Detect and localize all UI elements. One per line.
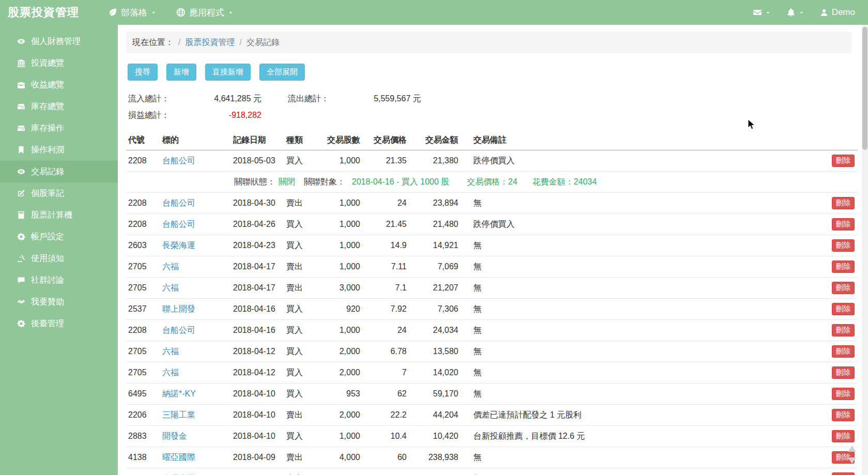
stock-link[interactable]: 台船公司	[162, 220, 195, 228]
navbar-icon-menu-0[interactable]	[753, 0, 771, 25]
app-title[interactable]: 股票投資管理	[0, 5, 79, 20]
sidebar-item-12[interactable]: 我要贊助	[0, 291, 118, 313]
sidebar-item-11[interactable]: 社群討論	[0, 269, 118, 291]
breadcrumb-link-home[interactable]: 股票投資管理	[185, 37, 235, 48]
delete-button-row-6[interactable]: 刪除	[832, 303, 855, 315]
scroll-down-arrow[interactable]	[848, 457, 856, 464]
cell-shares: 1,000	[315, 220, 362, 229]
cell-date: 2018-04-17	[231, 262, 284, 271]
delete-button-row-1[interactable]: 刪除	[832, 197, 855, 209]
summary-totals: 流入總計： 4,641,285 元 流出總計： 5,559,567 元 損益總計…	[128, 90, 421, 124]
delete-button-row-12[interactable]: 刪除	[832, 430, 855, 442]
toolbar-button-0[interactable]: 搜尋	[128, 64, 158, 81]
stock-link[interactable]: 納諾*-KY	[162, 389, 196, 398]
cell-type: 買入	[284, 240, 315, 251]
cell-name: 納諾*-KY	[160, 389, 231, 400]
sidebar-item-2[interactable]: 收益總覽	[0, 74, 118, 96]
stock-link[interactable]: 曜亞國際	[162, 453, 195, 462]
stock-link[interactable]: 六福	[162, 368, 179, 377]
delete-button-row-8[interactable]: 刪除	[832, 345, 855, 358]
sidebar-item-label: 交易記錄	[31, 166, 64, 177]
briefcase-icon	[16, 81, 26, 89]
sidebar-item-label: 後臺管理	[31, 318, 64, 329]
navbar-menu-0[interactable]: 部落格	[102, 0, 163, 25]
cell-amount: 44,204	[408, 410, 460, 420]
cell-price: 21.45	[362, 220, 408, 229]
delete-button-row-3[interactable]: 刪除	[832, 239, 855, 252]
sidebar-item-label: 操作利潤	[31, 145, 64, 156]
stock-link[interactable]: 六福	[162, 347, 179, 356]
delete-button-row-0[interactable]: 刪除	[832, 155, 855, 167]
relation-target-value[interactable]: 2018-04-16 - 買入 1000 股	[352, 177, 450, 188]
cell-note: 台新投顧推薦，目標價 12.6 元	[460, 431, 827, 442]
cell-type: 買入	[284, 325, 315, 336]
cell-date: 2018-04-26	[231, 220, 284, 229]
stock-link[interactable]: 六福	[162, 283, 179, 292]
stock-link[interactable]: 三陽工業	[162, 410, 195, 419]
caret-down-icon	[151, 10, 157, 16]
toolbar-button-1[interactable]: 新增	[166, 64, 196, 81]
navbar-icon-menu-1[interactable]	[786, 0, 804, 25]
navbar-menu-1[interactable]: 應用程式	[170, 0, 240, 25]
delete-button-row-14[interactable]: 刪除	[832, 472, 855, 475]
cell-price: 7.92	[362, 304, 408, 314]
delete-button-row-2[interactable]: 刪除	[832, 218, 855, 231]
relation-price-text: 交易價格：24	[467, 177, 518, 188]
stock-link[interactable]: 長榮海運	[162, 241, 195, 250]
cell-shares: 1,000	[315, 156, 362, 165]
sidebar-item-0[interactable]: 個人財務管理	[0, 30, 118, 52]
toolbar-button-3[interactable]: 全部展開	[259, 64, 305, 81]
delete-button-row-7[interactable]: 刪除	[832, 324, 855, 336]
cell-amount: 21,480	[408, 220, 460, 229]
cell-note: 無	[460, 262, 827, 272]
sidebar-item-5[interactable]: 操作利潤	[0, 139, 118, 161]
caret-down-icon	[765, 10, 771, 16]
sidebar-item-4[interactable]: 庫存操作	[0, 117, 118, 139]
stock-link[interactable]: 台船公司	[162, 156, 195, 165]
stock-link[interactable]: 台船公司	[162, 326, 195, 334]
cell-amount: 59,170	[408, 389, 460, 399]
delete-button-row-10[interactable]: 刪除	[832, 388, 855, 400]
sidebar-item-label: 庫存操作	[31, 123, 64, 134]
delete-button-row-9[interactable]: 刪除	[832, 366, 855, 379]
scroll-up-arrow[interactable]	[848, 446, 856, 452]
gear-icon	[16, 233, 26, 241]
sidebar-item-8[interactable]: 股票計算機	[0, 204, 118, 226]
cell-amount: 7,069	[408, 262, 460, 271]
delete-button-row-4[interactable]: 刪除	[832, 261, 855, 273]
sidebar-item-7[interactable]: 個股筆記	[0, 182, 118, 204]
sidebar-item-6[interactable]: 交易記錄	[0, 161, 118, 182]
vertical-scrollbar[interactable]	[862, 25, 868, 475]
cell-note: 無	[460, 325, 827, 336]
toolbar-button-2[interactable]: 直接新增	[205, 64, 251, 81]
stock-link[interactable]: 台船公司	[162, 198, 195, 207]
caret-down-icon	[228, 10, 234, 16]
breadcrumb-separator: /	[178, 38, 180, 47]
cell-shares: 3,000	[315, 283, 362, 293]
cell-note: 無	[460, 198, 827, 209]
stock-link[interactable]: 六福	[162, 262, 179, 271]
delete-button-row-11[interactable]: 刪除	[832, 409, 855, 421]
sidebar-item-10[interactable]: 使用須知	[0, 248, 118, 269]
user-icon	[820, 8, 828, 17]
sidebar-item-1[interactable]: 投資總覽	[0, 52, 118, 74]
cell-price: 22.2	[362, 410, 408, 420]
sidebar-item-9[interactable]: 帳戶設定	[0, 226, 118, 248]
delete-button-row-5[interactable]: 刪除	[832, 282, 855, 294]
scrollbar-thumb[interactable]	[862, 27, 867, 150]
cell-name: 台船公司	[160, 219, 231, 230]
table-header-cell-7: 交易備註	[460, 135, 827, 146]
cell-price: 7	[362, 368, 408, 377]
cell-name: 長榮海運	[160, 240, 231, 251]
sidebar-item-3[interactable]: 庫存總覽	[0, 96, 118, 117]
cell-code: 2705	[126, 262, 160, 271]
cell-note: 無	[460, 283, 827, 294]
stock-link[interactable]: 開發金	[162, 432, 187, 440]
navbar-user-menu[interactable]: Demo	[820, 7, 855, 18]
hdd-icon	[16, 102, 26, 111]
stock-link[interactable]: 聯上開發	[162, 304, 195, 313]
sidebar-menu: 個人財務管理投資總覽收益總覽庫存總覽庫存操作操作利潤交易記錄個股筆記股票計算機帳…	[0, 25, 118, 334]
table-row-0: 2208台船公司2018-05-03買入1,00021.3521,380跌停價買…	[126, 150, 858, 171]
cell-amount: 21,380	[408, 156, 460, 165]
sidebar-item-13[interactable]: 後臺管理	[0, 313, 118, 334]
